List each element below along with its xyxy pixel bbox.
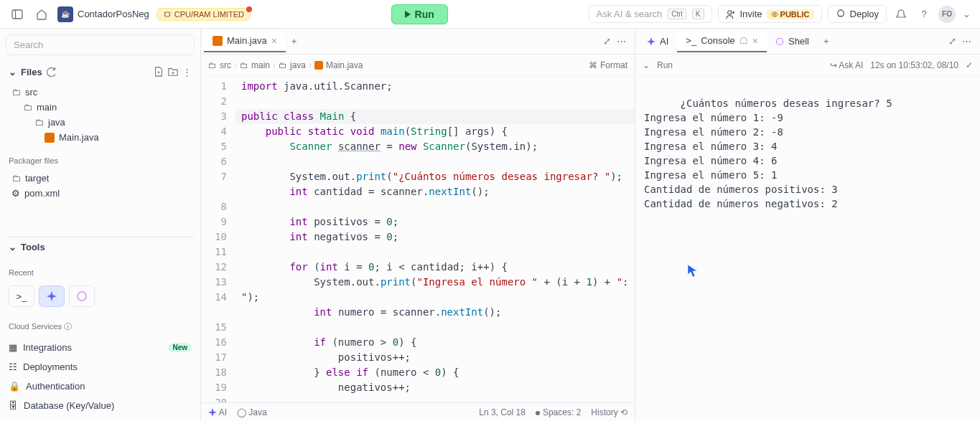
user-avatar[interactable]: FO xyxy=(938,6,956,23)
tab-label: Main.java xyxy=(227,35,267,46)
new-folder-icon[interactable] xyxy=(168,67,178,77)
run-button[interactable]: Run xyxy=(391,4,448,24)
cloud-deployments[interactable]: ☷Deployments xyxy=(6,357,195,377)
refresh-icon[interactable] xyxy=(47,67,57,77)
tree-file-mainjava[interactable]: Main.java xyxy=(9,130,195,145)
topbar-center: Run xyxy=(259,4,580,24)
chevron-down-icon[interactable]: ⌄ xyxy=(643,60,650,70)
chevron-down-icon: ⌄ xyxy=(9,242,17,252)
status-spaces[interactable]: Spaces: 2 xyxy=(536,407,581,417)
add-tab-button[interactable]: + xyxy=(286,33,303,49)
lock-icon: 🔒 xyxy=(9,381,20,392)
chevron-down-icon: ⌄ xyxy=(9,67,17,77)
project-name: ContadorPosNeg xyxy=(78,9,149,19)
recent-row: >_ xyxy=(6,283,195,310)
more-icon[interactable]: ⋮ xyxy=(182,67,192,77)
run-label: Run xyxy=(415,9,434,20)
recent-console[interactable]: >_ xyxy=(9,285,34,307)
ai-search-button[interactable]: Ask AI & search Ctrl K xyxy=(589,5,712,23)
gear-icon: ⚙ xyxy=(11,188,20,199)
svg-point-15 xyxy=(777,38,783,44)
recent-label: Recent xyxy=(6,265,195,280)
tab-shell[interactable]: Shell xyxy=(767,32,818,51)
blocks-icon: ▦ xyxy=(9,342,17,353)
format-button[interactable]: ⌘Format xyxy=(589,60,627,70)
folder-icon: 🗀 xyxy=(34,117,44,128)
more-icon[interactable]: ⋯ xyxy=(617,36,626,47)
expand-icon[interactable]: ⤢ xyxy=(603,36,611,47)
console-header: ⌄ Run ↪ Ask AI 12s on 10:53:02, 08/10 ✓ xyxy=(635,55,980,76)
play-icon xyxy=(405,11,411,18)
info-icon[interactable]: ⓘ xyxy=(64,322,72,331)
project-badge[interactable]: ☕ ContadorPosNeg xyxy=(57,6,149,22)
expand-icon[interactable]: ⤢ xyxy=(948,36,956,47)
editor-tabs: Main.java × + ⤢ ⋯ xyxy=(201,29,635,55)
tab-ai[interactable]: AI xyxy=(638,32,677,51)
console-time: 12s on 10:53:02, 08/10 xyxy=(870,60,958,70)
tree-folder-java[interactable]: 🗀java xyxy=(9,115,195,130)
panel-toggle-icon[interactable] xyxy=(9,6,26,23)
home-icon[interactable] xyxy=(33,6,50,23)
topbar-right: Ask AI & search Ctrl K Invite PUBLIC Dep… xyxy=(589,5,972,23)
topbar-left: ☕ ContadorPosNeg CPU/RAM LIMITED xyxy=(9,6,251,23)
tree-file-pom[interactable]: ⚙pom.xml xyxy=(9,186,195,201)
status-lang[interactable]: ◯ Java xyxy=(237,407,267,417)
more-icon[interactable]: ⋯ xyxy=(962,36,971,47)
project-icon: ☕ xyxy=(57,6,73,22)
tools-toggle[interactable]: ⌄ Tools xyxy=(6,237,195,257)
code-editor[interactable]: 1234567 891011121314 151617181920 import… xyxy=(201,76,635,402)
ask-ai-button[interactable]: ↪ Ask AI xyxy=(830,60,864,70)
cloud-db[interactable]: 🗄Database (Key/Value) xyxy=(6,396,195,415)
tab-pinned-icon[interactable]: ☖ xyxy=(739,35,748,46)
kbd-k: K xyxy=(692,9,704,19)
crumb-src[interactable]: 🗀src xyxy=(208,60,231,70)
console-output[interactable]: ¿Cuántos números deseas ingresar? 5 Ingr… xyxy=(635,76,980,421)
database-icon: 🗄 xyxy=(9,400,18,411)
new-file-icon[interactable] xyxy=(154,67,164,77)
cloud-items: ▦IntegrationsNew ☷Deployments 🔒Authentic… xyxy=(6,338,195,415)
folder-icon: 🗀 xyxy=(23,102,32,113)
add-tab-button[interactable]: + xyxy=(818,33,835,49)
console-run-label: Run xyxy=(657,60,673,70)
tree-folder-target[interactable]: 🗀target xyxy=(9,171,195,186)
main-area: Search ⌄ Files ⋮ 🗀src 🗀main 🗀java Main.j… xyxy=(0,29,980,421)
java-icon xyxy=(314,61,323,70)
svg-point-7 xyxy=(727,10,731,14)
folder-icon: 🗀 xyxy=(11,173,21,184)
shell-icon xyxy=(775,37,784,46)
tab-console[interactable]: >_Console☖× xyxy=(677,31,767,52)
file-tree: 🗀src 🗀main 🗀java Main.java xyxy=(6,85,195,145)
chevron-down-icon[interactable]: ⌄ xyxy=(961,6,971,23)
help-icon[interactable]: ? xyxy=(915,6,933,23)
close-icon[interactable]: × xyxy=(271,35,277,47)
tree-folder-src[interactable]: 🗀src xyxy=(9,85,195,100)
cloud-integrations[interactable]: ▦IntegrationsNew xyxy=(6,338,195,357)
status-ai[interactable]: AI xyxy=(208,407,227,417)
eye-icon xyxy=(771,11,778,18)
cloud-auth[interactable]: 🔒Authentication xyxy=(6,377,195,396)
invite-button[interactable]: Invite PUBLIC xyxy=(718,5,822,23)
close-icon[interactable]: × xyxy=(752,35,758,47)
recent-shell[interactable] xyxy=(69,285,95,307)
cpu-label: CPU/RAM LIMITED xyxy=(174,10,244,19)
tree-folder-main[interactable]: 🗀main xyxy=(9,100,195,115)
status-history[interactable]: History ⟲ xyxy=(591,407,627,417)
crumb-main[interactable]: 🗀main xyxy=(240,60,270,70)
gutter: 1234567 891011121314 151617181920 xyxy=(201,76,235,402)
code-body[interactable]: import java.util.Scanner; public class M… xyxy=(235,76,635,402)
files-toggle[interactable]: ⌄ Files xyxy=(9,67,57,77)
cpu-ram-badge[interactable]: CPU/RAM LIMITED xyxy=(157,8,251,21)
person-add-icon xyxy=(726,9,736,19)
ai-search-label: Ask AI & search xyxy=(597,9,663,19)
mouse-cursor-icon xyxy=(687,264,699,278)
status-pos[interactable]: Ln 3, Col 18 xyxy=(479,407,526,417)
editor-status-bar: AI ◯ Java Ln 3, Col 18 Spaces: 2 History… xyxy=(201,402,635,421)
search-input[interactable]: Search xyxy=(6,34,195,55)
crumb-file[interactable]: Main.java xyxy=(314,60,363,70)
svg-rect-2 xyxy=(165,12,169,16)
recent-ai[interactable] xyxy=(39,285,65,307)
tab-mainjava[interactable]: Main.java × xyxy=(204,31,286,52)
deploy-button[interactable]: Deploy xyxy=(828,5,887,23)
crumb-java[interactable]: 🗀java xyxy=(279,60,306,70)
notifications-icon[interactable] xyxy=(892,6,910,23)
